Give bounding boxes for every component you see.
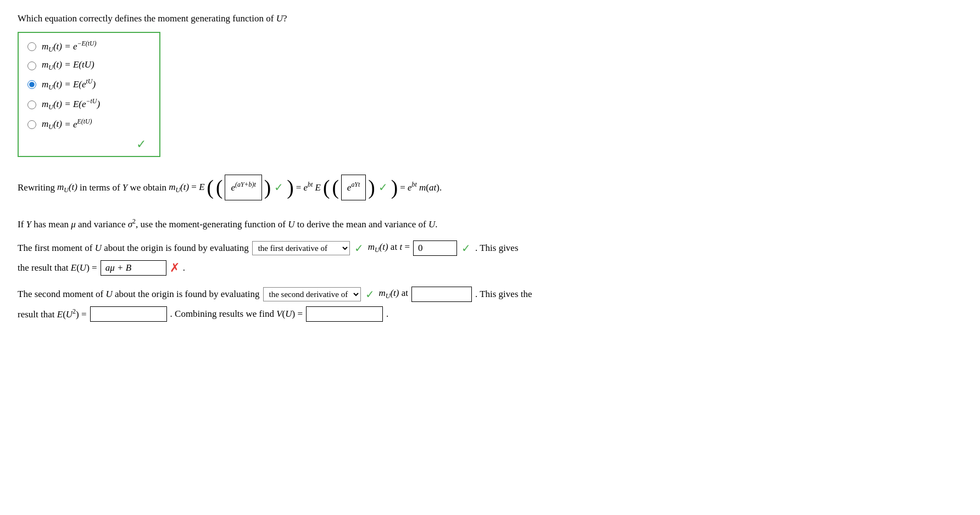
eu2-text3: .	[386, 309, 388, 320]
first-moment-t-check: ✓	[461, 242, 471, 255]
first-derivative-check: ✓	[354, 242, 364, 255]
eu2-input[interactable]	[90, 306, 167, 322]
box2-expr: eaYt	[341, 175, 366, 200]
close-big-paren-2: )	[391, 177, 398, 198]
rewriting-line: Rewriting mU(t) in terms of Y we obtain …	[18, 175, 962, 200]
option-row-3: mU(t) = E(etU)	[27, 77, 148, 92]
rewriting-mu2: mU(t) = E	[169, 177, 204, 198]
result-text1: the result that E(U) =	[18, 262, 97, 273]
close-inner-paren-1: )	[264, 177, 271, 198]
final-line: result that E(U2) = . Combining results …	[18, 306, 962, 322]
close-big-paren-1: )	[287, 177, 293, 198]
vu-input[interactable]	[306, 306, 383, 322]
option-radio-1[interactable]	[27, 42, 36, 51]
eu2-text2: . Combining results we find V(U) =	[170, 309, 303, 320]
options-box: mU(t) = e−E(tU) mU(t) = E(tU) mU(t) = E(…	[18, 32, 160, 157]
option-label-4[interactable]: mU(t) = E(e−tU)	[42, 97, 100, 111]
second-moment-text1: The second moment of U about the origin …	[18, 289, 260, 300]
eu2-text1: result that E(U2) =	[18, 307, 87, 320]
rewriting-eq2: = ebt m(at).	[400, 177, 442, 198]
second-derivative-check: ✓	[365, 288, 375, 301]
option-label-1[interactable]: mU(t) = e−E(tU)	[42, 40, 97, 54]
first-moment-line: The first moment of U about the origin i…	[18, 240, 962, 256]
second-moment-mu: mU(t) at	[379, 288, 408, 300]
option-radio-3[interactable]	[27, 80, 36, 89]
box2-check: ✓	[378, 175, 388, 199]
result-line: the result that E(U) = ✗ .	[18, 260, 962, 276]
close-inner-paren-2: )	[368, 177, 375, 198]
box1-check: ✓	[274, 175, 283, 199]
eu-result-x: ✗	[170, 261, 180, 275]
options-green-check: ✓	[136, 137, 146, 151]
rewriting-eq1: = ebt E	[296, 177, 321, 198]
rewriting-mu: mU(t)	[57, 177, 77, 198]
open-big-paren-1: (	[207, 177, 214, 198]
first-moment-mu: mU(t) at t =	[368, 242, 410, 254]
second-moment-text4: . This gives the	[475, 289, 532, 300]
second-derivative-dropdown[interactable]: the first derivative of the second deriv…	[263, 287, 361, 301]
rewriting-text2: in terms of Y we obtain	[80, 177, 166, 198]
option-label-3[interactable]: mU(t) = E(etU)	[42, 77, 96, 92]
option-label-2[interactable]: mU(t) = E(tU)	[42, 59, 94, 72]
second-moment-t-input[interactable]	[411, 287, 472, 302]
option-row-2: mU(t) = E(tU)	[27, 59, 148, 72]
option-radio-2[interactable]	[27, 61, 36, 70]
question-title: Which equation correctly defines the mom…	[18, 13, 962, 24]
option-label-5[interactable]: mU(t) = eE(tU)	[42, 117, 92, 132]
variance-intro: If Y has mean μ and variance σ2, use the…	[18, 216, 962, 233]
open-inner-paren-1: (	[216, 177, 222, 198]
first-derivative-dropdown[interactable]: the first derivative of the second deriv…	[252, 241, 350, 255]
first-moment-t-input[interactable]	[413, 240, 457, 256]
result-text2: .	[183, 262, 185, 273]
rewriting-text1: Rewriting	[18, 177, 55, 198]
box1-expr: e(aY+b)t	[225, 175, 261, 200]
options-checkmark-row: ✓	[27, 137, 148, 152]
option-radio-4[interactable]	[27, 100, 36, 109]
second-moment-line: The second moment of U about the origin …	[18, 287, 962, 302]
open-inner-paren-2: (	[332, 177, 338, 198]
option-row-5: mU(t) = eE(tU)	[27, 117, 148, 132]
first-moment-text4: . This gives	[475, 243, 519, 254]
option-radio-5[interactable]	[27, 120, 36, 129]
open-big-paren-2: (	[323, 177, 330, 198]
option-row-4: mU(t) = E(e−tU)	[27, 97, 148, 111]
eu-result-input[interactable]	[101, 260, 166, 276]
option-row-1: mU(t) = e−E(tU)	[27, 40, 148, 54]
first-moment-text1: The first moment of U about the origin i…	[18, 243, 249, 254]
